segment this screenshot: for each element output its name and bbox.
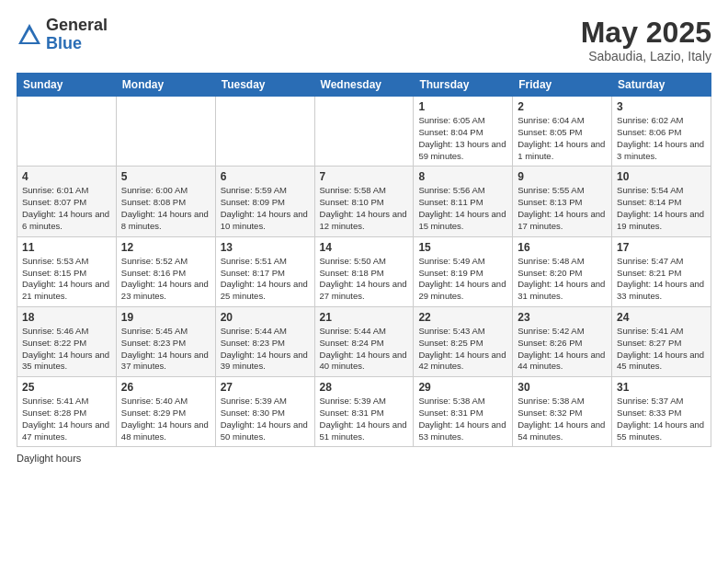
day-number: 30 — [518, 381, 607, 394]
day-info: Sunrise: 5:53 AM Sunset: 8:15 PM Dayligh… — [22, 256, 111, 303]
day-info: Sunrise: 5:38 AM Sunset: 8:31 PM Dayligh… — [418, 396, 507, 442]
day-number: 14 — [320, 241, 409, 254]
calendar-week-1: 1Sunrise: 6:05 AM Sunset: 8:04 PM Daylig… — [17, 97, 711, 167]
calendar-cell: 13Sunrise: 5:51 AM Sunset: 8:17 PM Dayli… — [215, 236, 314, 306]
calendar-cell: 1Sunrise: 6:05 AM Sunset: 8:04 PM Daylig… — [414, 97, 513, 167]
calendar-cell: 29Sunrise: 5:38 AM Sunset: 8:31 PM Dayli… — [414, 377, 513, 447]
calendar-cell: 2Sunrise: 6:04 AM Sunset: 8:05 PM Daylig… — [513, 97, 612, 167]
day-info: Sunrise: 6:02 AM Sunset: 8:06 PM Dayligh… — [617, 115, 706, 162]
location-subtitle: Sabaudia, Lazio, Italy — [581, 49, 711, 63]
calendar-cell: 24Sunrise: 5:41 AM Sunset: 8:27 PM Dayli… — [612, 306, 711, 376]
logo: General Blue — [17, 17, 108, 53]
day-number: 15 — [418, 241, 507, 254]
calendar-cell — [314, 97, 414, 167]
logo-icon — [17, 22, 42, 48]
day-number: 7 — [320, 170, 409, 183]
day-number: 16 — [518, 241, 607, 254]
day-number: 8 — [418, 170, 507, 183]
calendar-cell — [116, 97, 215, 167]
calendar-cell: 10Sunrise: 5:54 AM Sunset: 8:14 PM Dayli… — [612, 167, 711, 236]
calendar-cell: 15Sunrise: 5:49 AM Sunset: 8:19 PM Dayli… — [414, 236, 513, 306]
day-info: Sunrise: 5:39 AM Sunset: 8:31 PM Dayligh… — [320, 396, 409, 442]
day-number: 23 — [518, 311, 607, 324]
day-info: Sunrise: 5:59 AM Sunset: 8:09 PM Dayligh… — [221, 185, 310, 232]
calendar-cell: 16Sunrise: 5:48 AM Sunset: 8:20 PM Dayli… — [513, 236, 612, 306]
calendar-week-2: 4Sunrise: 6:01 AM Sunset: 8:07 PM Daylig… — [17, 167, 711, 236]
calendar-cell: 28Sunrise: 5:39 AM Sunset: 8:31 PM Dayli… — [314, 377, 414, 447]
calendar-cell: 20Sunrise: 5:44 AM Sunset: 8:23 PM Dayli… — [215, 306, 314, 376]
day-number: 3 — [617, 100, 706, 113]
calendar-cell: 3Sunrise: 6:02 AM Sunset: 8:06 PM Daylig… — [612, 97, 711, 167]
day-number: 5 — [121, 170, 210, 183]
calendar-week-5: 25Sunrise: 5:41 AM Sunset: 8:28 PM Dayli… — [17, 377, 711, 447]
col-header-wednesday: Wednesday — [314, 74, 414, 97]
calendar-table: SundayMondayTuesdayWednesdayThursdayFrid… — [17, 73, 711, 447]
logo-blue: Blue — [46, 35, 108, 53]
day-number: 11 — [22, 241, 111, 254]
day-info: Sunrise: 5:44 AM Sunset: 8:24 PM Dayligh… — [320, 326, 409, 373]
col-header-tuesday: Tuesday — [215, 74, 314, 97]
day-info: Sunrise: 5:48 AM Sunset: 8:20 PM Dayligh… — [518, 256, 607, 303]
calendar-cell: 18Sunrise: 5:46 AM Sunset: 8:22 PM Dayli… — [17, 306, 117, 376]
calendar-cell: 30Sunrise: 5:38 AM Sunset: 8:32 PM Dayli… — [513, 377, 612, 447]
day-number: 6 — [221, 170, 310, 183]
calendar-cell: 4Sunrise: 6:01 AM Sunset: 8:07 PM Daylig… — [17, 167, 117, 236]
day-info: Sunrise: 6:00 AM Sunset: 8:08 PM Dayligh… — [121, 185, 210, 232]
calendar-cell — [17, 97, 117, 167]
day-info: Sunrise: 6:05 AM Sunset: 8:04 PM Dayligh… — [418, 115, 507, 162]
calendar-cell: 27Sunrise: 5:39 AM Sunset: 8:30 PM Dayli… — [215, 377, 314, 447]
day-number: 10 — [617, 170, 706, 183]
day-info: Sunrise: 5:40 AM Sunset: 8:29 PM Dayligh… — [121, 396, 210, 442]
col-header-monday: Monday — [116, 74, 215, 97]
calendar-cell: 6Sunrise: 5:59 AM Sunset: 8:09 PM Daylig… — [215, 167, 314, 236]
day-info: Sunrise: 5:43 AM Sunset: 8:25 PM Dayligh… — [418, 326, 507, 373]
calendar-week-3: 11Sunrise: 5:53 AM Sunset: 8:15 PM Dayli… — [17, 236, 711, 306]
day-info: Sunrise: 5:50 AM Sunset: 8:18 PM Dayligh… — [320, 256, 409, 303]
calendar-cell: 23Sunrise: 5:42 AM Sunset: 8:26 PM Dayli… — [513, 306, 612, 376]
day-info: Sunrise: 5:38 AM Sunset: 8:32 PM Dayligh… — [518, 396, 607, 442]
day-number: 9 — [518, 170, 607, 183]
day-info: Sunrise: 5:42 AM Sunset: 8:26 PM Dayligh… — [518, 326, 607, 373]
day-number: 13 — [221, 241, 310, 254]
col-header-friday: Friday — [513, 74, 612, 97]
day-number: 17 — [617, 241, 706, 254]
title-area: May 2025 Sabaudia, Lazio, Italy — [581, 17, 711, 63]
day-number: 19 — [121, 311, 210, 324]
day-number: 31 — [617, 381, 706, 394]
day-info: Sunrise: 5:41 AM Sunset: 8:27 PM Dayligh… — [617, 326, 706, 373]
calendar-cell: 26Sunrise: 5:40 AM Sunset: 8:29 PM Dayli… — [116, 377, 215, 447]
day-info: Sunrise: 5:39 AM Sunset: 8:30 PM Dayligh… — [221, 396, 310, 442]
day-number: 4 — [22, 170, 111, 183]
calendar-cell: 7Sunrise: 5:58 AM Sunset: 8:10 PM Daylig… — [314, 167, 414, 236]
page: General Blue May 2025 Sabaudia, Lazio, I… — [0, 0, 728, 563]
calendar-cell: 5Sunrise: 6:00 AM Sunset: 8:08 PM Daylig… — [116, 167, 215, 236]
calendar-cell: 8Sunrise: 5:56 AM Sunset: 8:11 PM Daylig… — [414, 167, 513, 236]
calendar-cell: 31Sunrise: 5:37 AM Sunset: 8:33 PM Dayli… — [612, 377, 711, 447]
day-number: 27 — [221, 381, 310, 394]
day-info: Sunrise: 5:49 AM Sunset: 8:19 PM Dayligh… — [418, 256, 507, 303]
logo-text: General Blue — [46, 17, 108, 53]
day-number: 29 — [418, 381, 507, 394]
calendar-cell: 14Sunrise: 5:50 AM Sunset: 8:18 PM Dayli… — [314, 236, 414, 306]
day-info: Sunrise: 5:44 AM Sunset: 8:23 PM Dayligh… — [221, 326, 310, 373]
calendar-cell: 9Sunrise: 5:55 AM Sunset: 8:13 PM Daylig… — [513, 167, 612, 236]
day-number: 28 — [320, 381, 409, 394]
day-number: 2 — [518, 100, 607, 113]
day-info: Sunrise: 5:55 AM Sunset: 8:13 PM Dayligh… — [518, 185, 607, 232]
day-number: 22 — [418, 311, 507, 324]
calendar-cell: 11Sunrise: 5:53 AM Sunset: 8:15 PM Dayli… — [17, 236, 117, 306]
calendar-cell: 22Sunrise: 5:43 AM Sunset: 8:25 PM Dayli… — [414, 306, 513, 376]
calendar-cell: 19Sunrise: 5:45 AM Sunset: 8:23 PM Dayli… — [116, 306, 215, 376]
logo-general: General — [46, 17, 108, 35]
day-number: 18 — [22, 311, 111, 324]
calendar-week-4: 18Sunrise: 5:46 AM Sunset: 8:22 PM Dayli… — [17, 306, 711, 376]
col-header-thursday: Thursday — [414, 74, 513, 97]
col-header-sunday: Sunday — [17, 74, 117, 97]
day-info: Sunrise: 5:47 AM Sunset: 8:21 PM Dayligh… — [617, 256, 706, 303]
day-info: Sunrise: 5:46 AM Sunset: 8:22 PM Dayligh… — [22, 326, 111, 373]
day-info: Sunrise: 5:45 AM Sunset: 8:23 PM Dayligh… — [121, 326, 210, 373]
calendar-cell: 21Sunrise: 5:44 AM Sunset: 8:24 PM Dayli… — [314, 306, 414, 376]
day-info: Sunrise: 5:51 AM Sunset: 8:17 PM Dayligh… — [221, 256, 310, 303]
day-number: 24 — [617, 311, 706, 324]
calendar-cell: 25Sunrise: 5:41 AM Sunset: 8:28 PM Dayli… — [17, 377, 117, 447]
